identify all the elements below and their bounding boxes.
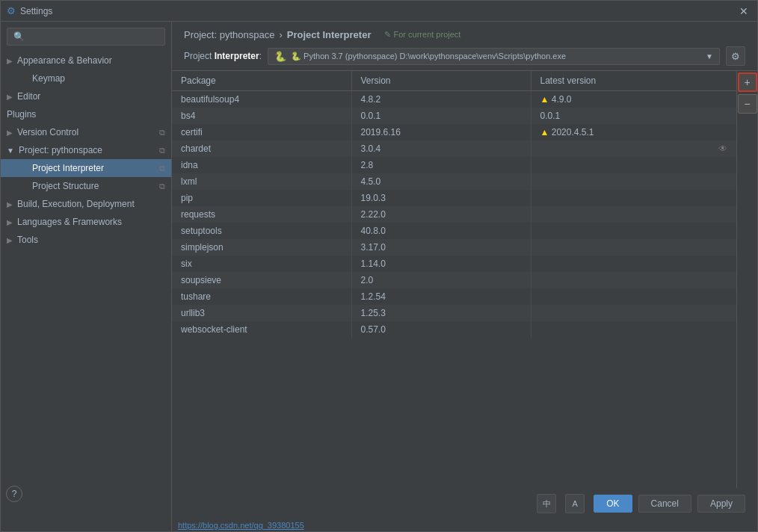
package-latest <box>531 206 736 223</box>
package-version: 4.8.2 <box>351 91 531 108</box>
interpreter-select[interactable]: 🐍 🐍 Python 3.7 (pythonspace) D:\work\pyt… <box>268 48 720 65</box>
close-button[interactable]: ✕ <box>736 4 751 19</box>
package-latest: 👁 <box>531 140 736 157</box>
sidebar-item-label: Plugins <box>7 109 36 120</box>
package-name: simplejson <box>172 239 351 256</box>
package-name: urllib3 <box>172 305 351 321</box>
content-area: ▶Appearance & BehaviorKeymap▶EditorPlugi… <box>1 22 757 531</box>
sidebar-item-label: Languages & Frameworks <box>17 217 122 227</box>
ok-button[interactable]: OK <box>594 495 632 513</box>
main-header: Project: pythonspace › Project Interpret… <box>172 22 757 71</box>
breadcrumb-parent: Project: pythonspace <box>184 29 274 40</box>
bottom-buttons: 中 A OK Cancel Apply <box>172 488 757 519</box>
chevron-down-icon: ▼ <box>706 52 713 61</box>
package-latest <box>531 288 736 305</box>
table-row[interactable]: bs40.0.10.0.1 <box>172 108 736 124</box>
expand-arrow-icon: ▶ <box>7 236 13 244</box>
sidebar-item-label: Project Interpreter <box>32 163 104 173</box>
sidebar-item-label: Editor <box>17 91 40 102</box>
interpreter-value: 🐍 🐍 Python 3.7 (pythonspace) D:\work\pyt… <box>274 51 566 62</box>
package-version: 3.17.0 <box>351 239 531 256</box>
package-name: chardet <box>172 140 351 157</box>
sidebar-item-plugins[interactable]: Plugins <box>1 105 171 123</box>
expand-arrow-icon: ▶ <box>7 129 13 137</box>
status-url: https://blog.csdn.net/qq_39380155 <box>178 521 304 530</box>
package-name: pip <box>172 190 351 206</box>
package-name: lxml <box>172 173 351 190</box>
sidebar-item-tools[interactable]: ▶Tools <box>1 231 171 249</box>
table-row[interactable]: certifi2019.6.16▲ 2020.4.5.1 <box>172 124 736 140</box>
table-row[interactable]: beautifulsoup44.8.2▲ 4.9.0 <box>172 91 736 108</box>
package-latest <box>531 305 736 321</box>
sidebar-item-project-structure[interactable]: Project Structure⧉ <box>1 177 171 195</box>
table-header: Package Version Latest version <box>172 71 736 91</box>
package-version: 1.14.0 <box>351 256 531 272</box>
table-row[interactable]: tushare1.2.54 <box>172 288 736 305</box>
sidebar-item-languages[interactable]: ▶Languages & Frameworks <box>1 213 171 231</box>
breadcrumb: Project: pythonspace › Project Interpret… <box>184 29 745 40</box>
table-row[interactable]: soupsieve2.0 <box>172 272 736 288</box>
help-button[interactable]: ? <box>6 486 22 502</box>
python-icon: 🐍 <box>274 51 286 62</box>
sidebar: ▶Appearance & BehaviorKeymap▶EditorPlugi… <box>1 22 172 531</box>
table-row[interactable]: requests2.22.0 <box>172 206 736 223</box>
packages-table-wrapper: Package Version Latest version beautiful… <box>172 71 736 488</box>
expand-arrow-icon: ▼ <box>7 146 14 155</box>
table-row[interactable]: websocket-client0.57.0 <box>172 321 736 338</box>
package-name: tushare <box>172 288 351 305</box>
table-row[interactable]: idna2.8 <box>172 157 736 173</box>
package-latest <box>531 173 736 190</box>
apply-button[interactable]: Apply <box>697 495 745 513</box>
sidebar-item-project-interpreter[interactable]: Project Interpreter⧉ <box>1 159 171 177</box>
expand-arrow-icon: ▶ <box>7 200 13 208</box>
search-input[interactable] <box>7 28 165 46</box>
table-row[interactable]: setuptools40.8.0 <box>172 223 736 239</box>
lang-chinese-button[interactable]: 中 <box>537 494 556 513</box>
package-name: websocket-client <box>172 321 351 338</box>
sidebar-item-keymap[interactable]: Keymap <box>1 69 171 87</box>
table-row[interactable]: six1.14.0 <box>172 256 736 272</box>
cancel-button[interactable]: Cancel <box>638 495 691 513</box>
sidebar-item-label: Project Structure <box>32 181 99 191</box>
copy-icon: ⧉ <box>159 128 165 137</box>
sidebar-item-label: Tools <box>17 235 38 245</box>
package-version: 0.0.1 <box>351 108 531 124</box>
package-version: 1.25.3 <box>351 305 531 321</box>
sidebar-item-label: Version Control <box>17 127 78 137</box>
lang-english-button[interactable]: A <box>565 494 585 513</box>
copy-icon: ⧉ <box>159 182 165 191</box>
table-row[interactable]: chardet3.0.4👁 <box>172 140 736 157</box>
sidebar-item-build[interactable]: ▶Build, Execution, Deployment <box>1 195 171 213</box>
table-row[interactable]: simplejson3.17.0 <box>172 239 736 256</box>
remove-package-button[interactable]: − <box>738 94 757 114</box>
table-row[interactable]: pip19.0.3 <box>172 190 736 206</box>
sidebar-item-editor[interactable]: ▶Editor <box>1 87 171 105</box>
package-version: 3.0.4 <box>351 140 531 157</box>
package-name: six <box>172 256 351 272</box>
settings-window: ⚙ Settings ✕ ▶Appearance & BehaviorKeyma… <box>0 0 758 532</box>
package-version: 0.57.0 <box>351 321 531 338</box>
package-latest <box>531 223 736 239</box>
bottom-area: 中 A OK Cancel Apply https://blog.csdn.ne… <box>172 488 757 531</box>
sidebar-item-label: Appearance & Behavior <box>17 55 112 66</box>
expand-arrow-icon: ▶ <box>7 218 13 226</box>
eye-icon: 👁 <box>718 143 727 154</box>
package-version: 4.5.0 <box>351 173 531 190</box>
main-panel: Project: pythonspace › Project Interpret… <box>172 22 757 531</box>
add-package-button[interactable]: + <box>738 72 757 92</box>
sidebar-item-project[interactable]: ▼Project: pythonspace⧉ <box>1 141 171 159</box>
package-latest <box>531 256 736 272</box>
sidebar-item-version-control[interactable]: ▶Version Control⧉ <box>1 123 171 141</box>
action-bar: + − <box>736 71 757 488</box>
interpreter-label: Project Interpreter: <box>184 51 262 61</box>
package-latest <box>531 239 736 256</box>
breadcrumb-current: Project Interpreter <box>287 29 372 40</box>
package-name: soupsieve <box>172 272 351 288</box>
table-row[interactable]: urllib31.25.3 <box>172 305 736 321</box>
table-row[interactable]: lxml4.5.0 <box>172 173 736 190</box>
copy-icon: ⧉ <box>159 164 165 173</box>
interpreter-gear-button[interactable]: ⚙ <box>726 46 745 66</box>
package-version: 2019.6.16 <box>351 124 531 140</box>
breadcrumb-separator: › <box>279 29 282 40</box>
sidebar-item-appearance[interactable]: ▶Appearance & Behavior <box>1 52 171 69</box>
